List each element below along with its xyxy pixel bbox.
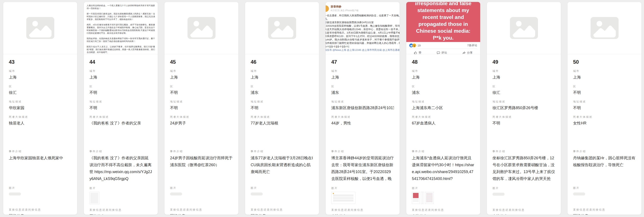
field-source: 直接信息还是间接信息 网络信息	[90, 208, 152, 215]
case-number: 50	[573, 59, 636, 65]
field-value: 67岁血透病人	[412, 120, 474, 126]
facebook-meta-row: 19 7条评论	[406, 42, 480, 49]
image-attachment-thumbnail[interactable]	[251, 193, 263, 196]
field-label: 图片	[492, 187, 555, 190]
comment-button-label: 评论	[442, 51, 447, 54]
field-value: 徐汇区罗秀路850弄26号楼	[492, 105, 555, 111]
field-label: 死者大体描述	[251, 115, 314, 119]
case-card-47[interactable]: 茶香禅静 4-2 02:31 来自 iPhone客户端 一名志愿者，昨日我投入路…	[326, 2, 400, 215]
case-card-43[interactable]: 43 城市 上海 区 徐汇 地址描述 华欣家园 死者大体描述 独居老人 事件介绍…	[3, 2, 77, 215]
field-label: 直接信息还是间接信息	[251, 208, 314, 212]
field-event: 事件介绍 上海华欣家园独居老人饿死家中	[9, 150, 72, 182]
field-label: 直接信息还是间接信息	[573, 208, 636, 212]
card-content: 49 城市 上海 区 徐汇 地址描述 徐汇区罗秀路850弄26号楼 死者大体描述…	[487, 54, 561, 215]
field-label: 区	[331, 85, 394, 88]
field-label: 事件介绍	[9, 150, 72, 153]
field-deceased: 死者大体描述 44岁，男性	[331, 115, 394, 145]
field-image: 图片	[412, 187, 474, 204]
card-cover	[487, 2, 561, 54]
field-address: 地址描述 徐汇区罗秀路850弄26号楼	[492, 100, 555, 111]
field-city: 城市 上海	[573, 69, 636, 80]
weibo-mentions[interactable]: 海发布 @News上海 @上海12345 @上海市市民信箱 @上海市志愿者协会	[326, 48, 400, 52]
case-card-44[interactable]: 人都没有这样的机会。一个病人需要几十个人的同时帮助和关怀才有可能获得一丝的机会！…	[84, 2, 158, 215]
field-label: 直接信息还是间接信息	[90, 208, 152, 212]
field-label: 事件介绍	[331, 150, 394, 153]
field-value: 网络信息	[251, 213, 314, 215]
weibo-avatar	[326, 5, 329, 12]
field-label: 地址描述	[412, 100, 474, 104]
field-value: 77岁老人沈瑞根	[251, 120, 314, 126]
image-attachment-thumbnail[interactable]	[421, 192, 424, 204]
field-label: 直接信息还是间接信息	[331, 208, 394, 212]
share-arrow-icon	[462, 51, 466, 54]
field-label: 图片	[573, 186, 636, 190]
field-label: 城市	[9, 69, 72, 73]
field-label: 死者大体描述	[412, 115, 474, 119]
case-card-48[interactable]: irresponsible and false statements about…	[406, 2, 480, 215]
field-value: 浦东	[412, 90, 474, 96]
field-address: 地址描述 不明	[90, 100, 152, 111]
field-event: 事件介绍 上海浦东*血透病人延误治疗致死且遗体滞留家中约30小时！https:/…	[412, 150, 474, 182]
field-value: 徐汇	[492, 90, 555, 96]
field-event: 事件介绍 坐标徐汇区罗秀路850弄26号楼，12号在小区群里求救需要硝酸甘油，没…	[492, 150, 555, 182]
field-label: 城市	[573, 69, 636, 73]
field-label: 事件介绍	[90, 150, 152, 153]
like-button[interactable]: 赞	[414, 51, 421, 54]
weibo-body-line: 从这天开始我大伯停地电话12345，疾控中心，居委转运车一直不来。永	[326, 27, 400, 31]
card-content: 43 城市 上海 区 徐汇 地址描述 华欣家园 死者大体描述 独居老人 事件介绍…	[3, 54, 77, 215]
share-button[interactable]: 分享	[462, 51, 473, 54]
card-content: 48 城市 上海 区 浦东 地址描述 上海浦东寿二小区 死者大体描述 67岁血透…	[406, 54, 480, 215]
image-placeholder-icon	[188, 17, 216, 39]
image-attachment-thumbnail[interactable]	[412, 192, 420, 204]
field-label: 城市	[170, 69, 233, 73]
field-district: 区 徐汇	[492, 85, 555, 96]
image-attachment-thumbnail[interactable]	[573, 193, 585, 196]
image-attachment-thumbnail[interactable]	[425, 192, 434, 204]
facebook-reactions[interactable]: 19	[409, 43, 420, 47]
comment-button[interactable]: 评论	[437, 51, 447, 54]
field-deceased: 死者大体描述 67岁血透病人	[412, 115, 474, 145]
field-deceased: 死者大体描述 女性HR	[573, 115, 636, 145]
image-attachment-thumbnail[interactable]	[9, 193, 21, 196]
field-event: 事件介绍 博主茶香禅静44岁的堂哥因延误治疗去世：我哥哥家住浦东新区唐镇创新西路…	[331, 150, 394, 182]
field-value: 丹纳赫集团的某Hr，因心脏猝死没有核酸报告耽误治疗，导致死亡	[573, 155, 636, 168]
field-label: 图片	[251, 186, 314, 190]
field-address: 地址描述 华欣家园	[9, 100, 72, 111]
field-event: 事件介绍 浦东77岁老人沈瑞根于3月28日晚在ICU病房因长期末肾透析造成的心肌…	[251, 150, 314, 182]
image-placeholder-icon	[590, 17, 618, 39]
image-attachment-thumbnail[interactable]	[331, 192, 356, 204]
field-source: 直接信息还是间接信息 身边信息	[492, 208, 555, 215]
field-city: 城市 上海	[170, 69, 233, 80]
field-city: 城市 上海	[251, 69, 314, 80]
field-value: 不明	[90, 105, 152, 111]
case-card-46[interactable]: 46 城市 上海 区 浦东 地址描述 不明 死者大体描述 77岁老人沈瑞根 事件…	[245, 2, 319, 215]
field-value: 《我的爸爸 没了》作者的父亲	[90, 120, 152, 126]
field-label: 地址描述	[251, 100, 314, 104]
case-card-49[interactable]: 49 城市 上海 区 徐汇 地址描述 徐汇区罗秀路850弄26号楼 死者大体描述…	[487, 2, 561, 215]
case-card-50[interactable]: 50 城市 上海 区 不明 地址描述 不明 死者大体描述 女性HR 事件介绍 丹…	[567, 2, 642, 215]
image-attachment-thumbnail[interactable]	[170, 193, 182, 196]
field-label: 事件介绍	[251, 150, 314, 153]
field-label: 死者大体描述	[9, 115, 72, 119]
field-label: 直接信息还是间接信息	[9, 208, 72, 212]
weibo-body-line: 讯。	[326, 17, 400, 21]
field-label: 死者大体描述	[90, 115, 152, 119]
gallery-board: 43 城市 上海 区 徐汇 地址描述 华欣家园 死者大体描述 独居老人 事件介绍…	[0, 0, 644, 217]
field-label: 城市	[251, 69, 314, 73]
card-content: 47 城市 上海 区 浦东 地址描述 浦东新区唐镇创新西路28弄24号101室 …	[326, 54, 400, 215]
field-value: 上海浦东*血透病人延误治疗致死且遗体滞留家中约30小时！https://shar…	[412, 155, 474, 182]
field-label: 区	[170, 85, 233, 88]
image-attachment-thumbnail[interactable]	[90, 192, 99, 204]
comment-count[interactable]: 7条评论	[467, 43, 477, 47]
field-address: 地址描述 不明	[573, 100, 636, 111]
case-number: 44	[90, 59, 152, 65]
field-value: 24岁男子	[170, 120, 233, 126]
field-value: 24岁男子因核酸而延误治疗而猝死于浦东医院（微博@红茶260）	[170, 155, 233, 168]
case-card-45[interactable]: 45 城市 上海 区 不明 地址描述 不明 死者大体描述 24岁男子 事件介绍 …	[164, 2, 238, 215]
facebook-post-background: irresponsible and false statements about…	[406, 2, 480, 42]
field-label: 图片	[170, 186, 233, 190]
field-label: 城市	[331, 69, 394, 73]
image-attachment-thumbnail[interactable]	[492, 193, 504, 196]
facebook-post-text: irresponsible and false statements about…	[413, 2, 474, 42]
field-city: 城市 上海	[412, 69, 474, 80]
